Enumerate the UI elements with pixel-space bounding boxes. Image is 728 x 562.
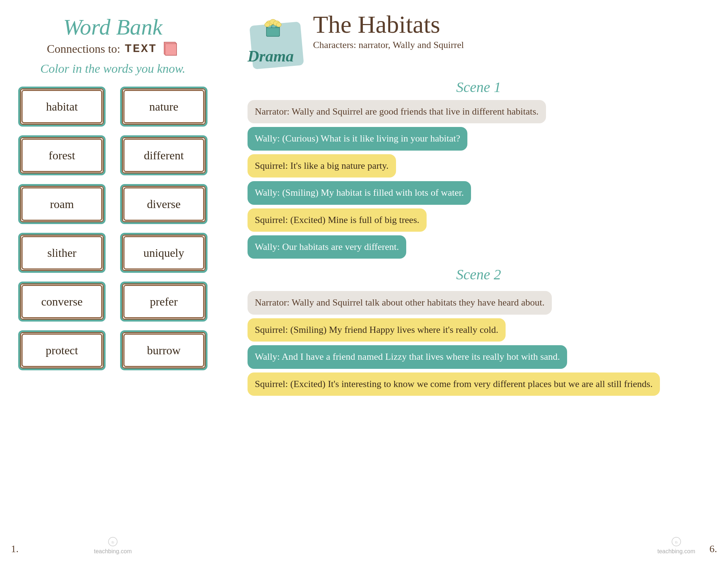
word-text-diverse: diverse xyxy=(147,198,181,211)
watermark-logo-left: tb xyxy=(104,536,122,547)
word-card-habitat[interactable]: habitat xyxy=(18,87,106,127)
svg-point-13 xyxy=(276,23,281,27)
bubble-wally: Wally: (Smiling) My habitat is filled wi… xyxy=(248,181,471,204)
svg-text:tb: tb xyxy=(111,541,114,544)
word-text-protect: protect xyxy=(46,344,78,357)
watermark-text-left: teachbing.com xyxy=(94,548,132,555)
svg-marker-0 xyxy=(164,42,177,55)
word-card-uniquely[interactable]: uniquely xyxy=(120,233,207,273)
habitats-title: The Habitats xyxy=(313,11,710,38)
word-text-converse: converse xyxy=(41,295,83,308)
word-card-nature[interactable]: nature xyxy=(120,87,207,127)
bubble-squirrel: Squirrel: (Excited) Mine is full of big … xyxy=(248,208,427,232)
title-block: The Habitats Characters: narrator, Wally… xyxy=(313,11,710,51)
svg-marker-1 xyxy=(164,42,166,55)
connections-line: Connections to: TEXT xyxy=(47,41,179,57)
connections-value: TEXT xyxy=(124,42,157,56)
watermark-right: tb teachbing.com xyxy=(657,536,695,555)
word-text-slither: slither xyxy=(47,246,76,260)
bubble-squirrel: Squirrel: (Excited) It's interesting to … xyxy=(248,372,660,396)
bubble-squirrel: Squirrel: It's like a big nature party. xyxy=(248,154,396,178)
bubble-wally: Wally: Our habitats are very different. xyxy=(248,235,406,259)
word-text-uniquely: uniquely xyxy=(143,246,184,260)
word-text-roam: roam xyxy=(50,198,74,211)
word-card-protect[interactable]: protect xyxy=(18,330,106,370)
page-number-left: 1. xyxy=(11,543,19,555)
watermark-logo-right: tb xyxy=(667,536,685,547)
bubble-narrator: Narrator: Wally and Squirrel are good fr… xyxy=(248,100,546,123)
drama-text: Drama xyxy=(248,47,294,65)
word-text-different: different xyxy=(144,149,184,162)
word-card-roam[interactable]: roam xyxy=(18,184,106,224)
bubble-squirrel: Squirrel: (Smiling) My friend Happy live… xyxy=(248,318,506,342)
scene1-title: Scene 1 xyxy=(248,79,710,96)
left-panel: Word Bank Connections to: TEXT Color in … xyxy=(0,0,226,562)
bubble-wally: Wally: (Curious) What is it like living … xyxy=(248,127,467,150)
word-text-burrow: burrow xyxy=(147,344,181,357)
word-card-prefer[interactable]: prefer xyxy=(120,282,207,322)
word-bank-title: Word Bank xyxy=(63,15,163,39)
dialog-container: Narrator: Wally and Squirrel are good fr… xyxy=(248,100,710,547)
scene2-title: Scene 2 xyxy=(248,266,710,283)
right-panel: Drama The Habitats Characters: narrator,… xyxy=(226,0,728,562)
word-grid: habitatnatureforestdifferentroamdiverses… xyxy=(18,87,207,370)
word-card-forest[interactable]: forest xyxy=(18,135,106,175)
right-header: Drama The Habitats Characters: narrator,… xyxy=(248,11,710,69)
svg-point-12 xyxy=(265,23,270,27)
word-card-burrow[interactable]: burrow xyxy=(120,330,207,370)
word-card-diverse[interactable]: diverse xyxy=(120,184,207,224)
svg-text:tb: tb xyxy=(675,541,678,544)
word-card-different[interactable]: different xyxy=(120,135,207,175)
bubble-narrator: Narrator: Wally and Squirrel talk about … xyxy=(248,291,552,314)
word-text-forest: forest xyxy=(49,149,75,162)
word-text-prefer: prefer xyxy=(150,295,178,308)
word-card-slither[interactable]: slither xyxy=(18,233,106,273)
bubble-wally: Wally: And I have a friend named Lizzy t… xyxy=(248,345,567,368)
color-instruction: Color in the words you know. xyxy=(40,62,186,76)
word-text-nature: nature xyxy=(149,100,178,113)
page-number-right: 6. xyxy=(709,543,717,555)
watermark-text-right: teachbing.com xyxy=(657,548,695,555)
characters-line: Characters: narrator, Wally and Squirrel xyxy=(313,40,710,51)
word-text-habitat: habitat xyxy=(46,100,78,113)
word-card-converse[interactable]: converse xyxy=(18,282,106,322)
connections-text: Connections to: xyxy=(47,42,120,56)
popcorn-icon xyxy=(258,11,288,46)
watermark-left: tb teachbing.com xyxy=(94,536,132,555)
book-icon xyxy=(161,41,179,57)
drama-badge-container: Drama xyxy=(248,11,306,69)
